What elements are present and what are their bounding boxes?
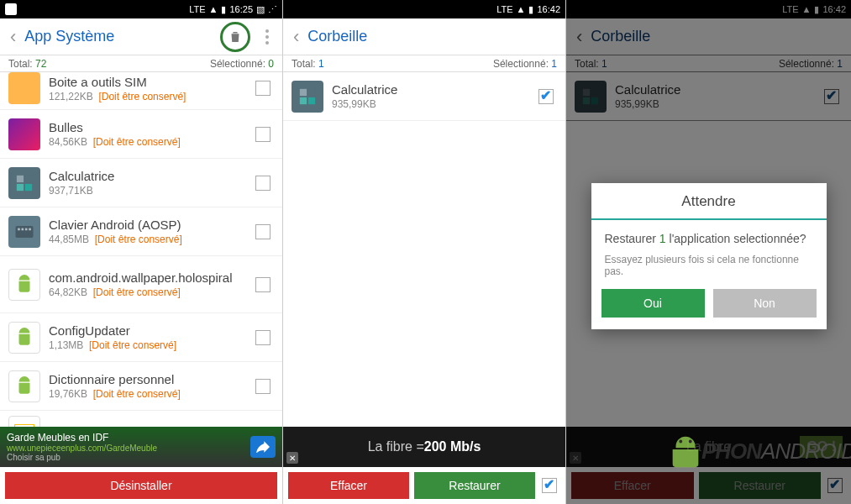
select-checkbox[interactable] bbox=[255, 127, 271, 142]
app-icon bbox=[8, 72, 40, 104]
dialog-message: Restaurer 1 l'application selectionnée? bbox=[591, 220, 827, 249]
erase-button[interactable]: Effacer bbox=[288, 472, 409, 499]
wifi-icon: ⋰ bbox=[268, 4, 277, 15]
count-bar: Total: 72 Sélectionné: 0 bbox=[0, 55, 282, 72]
screen-dialog: LTE ▲ ▮ 16:42 ‹ Corbeille Total: 1 Sélec… bbox=[566, 0, 851, 504]
confirm-dialog: Attendre Restaurer 1 l'application selec… bbox=[591, 183, 827, 329]
svg-rect-13 bbox=[308, 97, 315, 103]
bottom-bar: Effacer Restaurer bbox=[283, 467, 565, 504]
screen-trash: LTE ▲ ▮ 16:42 ‹ Corbeille Total: 1 Sélec… bbox=[283, 0, 566, 504]
app-list[interactable]: Calculatrice935,99KB bbox=[283, 72, 565, 427]
dialog-yes-button[interactable]: Oui bbox=[601, 289, 705, 318]
list-item[interactable]: com.android.wallpaper.holospiral64,82KB … bbox=[0, 256, 282, 313]
lte-indicator: LTE bbox=[189, 4, 205, 14]
status-time: 16:25 bbox=[229, 4, 253, 14]
svg-rect-1 bbox=[25, 175, 32, 181]
select-checkbox[interactable] bbox=[255, 277, 271, 292]
status-bar: LTE ▲ ▮ 16:42 bbox=[283, 0, 565, 18]
battery-icon: ▮ bbox=[528, 4, 533, 15]
svg-rect-12 bbox=[300, 97, 307, 103]
battery-icon: ▮ bbox=[221, 4, 226, 15]
status-bar: LTE ▲ ▮ 16:25 ▧ ⋰ bbox=[0, 0, 282, 18]
app-icon bbox=[8, 269, 40, 301]
select-checkbox[interactable] bbox=[255, 81, 271, 96]
count-bar: Total: 1 Sélectionné: 1 bbox=[283, 55, 565, 72]
list-item[interactable]: Calculatrice935,99KB bbox=[283, 72, 565, 121]
svg-rect-5 bbox=[18, 228, 20, 230]
app-icon bbox=[292, 81, 323, 113]
select-checkbox[interactable] bbox=[255, 224, 271, 239]
svg-rect-2 bbox=[17, 183, 24, 190]
list-item[interactable]: Clavier Android (AOSP)44,85MB [Doit être… bbox=[0, 207, 282, 256]
select-all-checkbox[interactable] bbox=[542, 478, 557, 493]
svg-rect-8 bbox=[29, 228, 31, 230]
app-icon bbox=[8, 216, 40, 248]
app-icon bbox=[8, 416, 40, 427]
app-icon bbox=[8, 167, 40, 199]
overflow-menu[interactable] bbox=[257, 29, 277, 45]
lte-indicator: LTE bbox=[496, 4, 512, 14]
svg-rect-11 bbox=[308, 88, 315, 95]
list-item[interactable]: Dictionnaire personnel19,76KB [Doit être… bbox=[0, 362, 282, 411]
screen-app-system: LTE ▲ ▮ 16:25 ▧ ⋰ ‹ App Système Total: 7… bbox=[0, 0, 283, 504]
app-header: ‹ App Système bbox=[0, 18, 282, 55]
svg-rect-4 bbox=[16, 226, 34, 238]
app-name: Boite a outils SIM bbox=[49, 75, 249, 89]
trash-button[interactable] bbox=[220, 22, 250, 52]
image-icon: ▧ bbox=[256, 4, 265, 15]
list-item[interactable]: Calculatrice937,71KB bbox=[0, 159, 282, 207]
list-item[interactable]: ConfigUpdater1,13MB [Doit être conservé] bbox=[0, 313, 282, 362]
app-list[interactable]: Boite a outils SIM 121,22KB [Doit être c… bbox=[0, 72, 282, 427]
select-checkbox[interactable] bbox=[538, 89, 554, 104]
app-icon bbox=[8, 322, 40, 354]
page-title: App Système bbox=[21, 28, 220, 45]
page-title: Corbeille bbox=[304, 28, 560, 45]
status-time: 16:42 bbox=[537, 4, 560, 14]
svg-rect-0 bbox=[17, 175, 24, 181]
app-icon bbox=[8, 118, 40, 150]
svg-rect-10 bbox=[300, 88, 307, 95]
app-icon bbox=[8, 370, 40, 402]
list-item[interactable]: Boite a outils SIM 121,22KB [Doit être c… bbox=[0, 72, 282, 110]
svg-rect-6 bbox=[22, 228, 24, 230]
list-item[interactable]: E-mail bbox=[0, 411, 282, 427]
dialog-title: Attendre bbox=[591, 183, 827, 220]
signal-icon: ▲ bbox=[517, 4, 526, 14]
ad-banner[interactable]: Garde Meubles en IDF www.unepieceenplus.… bbox=[0, 427, 282, 467]
list-item[interactable]: Bulles84,56KB [Doit être conservé] bbox=[0, 110, 282, 159]
select-checkbox[interactable] bbox=[255, 330, 271, 345]
dialog-no-button[interactable]: Non bbox=[713, 289, 817, 318]
share-icon[interactable] bbox=[250, 436, 276, 458]
ad-banner[interactable]: ✕ La fibre = 200 Mb/s bbox=[283, 427, 565, 467]
dialog-subtext: Essayez plusieurs fois si cela ne foncti… bbox=[591, 249, 827, 289]
uninstall-button[interactable]: Désinstaller bbox=[5, 472, 277, 499]
back-button[interactable]: ‹ bbox=[5, 26, 21, 48]
restore-button[interactable]: Restaurer bbox=[414, 472, 535, 499]
signal-icon: ▲ bbox=[209, 4, 218, 14]
app-header: ‹ Corbeille bbox=[283, 18, 565, 55]
svg-rect-7 bbox=[25, 228, 28, 230]
back-button[interactable]: ‹ bbox=[288, 26, 304, 48]
select-checkbox[interactable] bbox=[255, 176, 271, 191]
ad-close-icon[interactable]: ✕ bbox=[286, 452, 298, 464]
bottom-bar: Désinstaller bbox=[0, 467, 282, 504]
select-checkbox[interactable] bbox=[255, 379, 271, 394]
svg-rect-3 bbox=[25, 183, 32, 190]
